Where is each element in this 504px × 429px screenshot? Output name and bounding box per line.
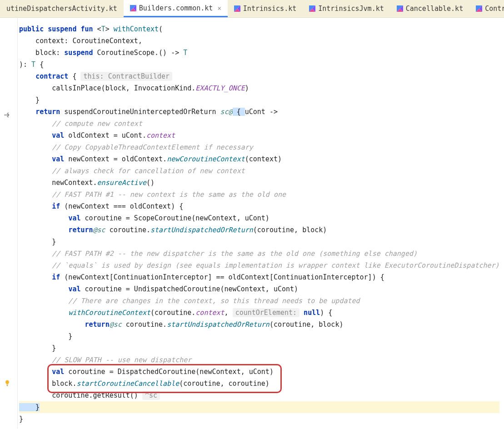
gutter xyxy=(0,18,18,429)
lightbulb-icon[interactable] xyxy=(3,379,12,388)
svg-rect-18 xyxy=(6,385,8,385)
tab-label: Cancellable.kt xyxy=(406,5,463,13)
tab-label: Builders.common.kt xyxy=(139,4,213,12)
param-hint: countOrElement: xyxy=(233,308,299,317)
label-hint: ^sc xyxy=(142,391,160,400)
close-icon[interactable]: × xyxy=(217,5,221,12)
tab-label: IntrinsicsJvm.kt xyxy=(318,5,384,13)
receiver-hint: this: ContractBuilder xyxy=(80,72,172,81)
kotlin-file-icon xyxy=(309,5,315,12)
tab-dispatchers-activity[interactable]: utineDispatchersActivity.kt xyxy=(0,0,124,17)
code-area[interactable]: public suspend fun <T> withContext( cont… xyxy=(18,18,499,429)
fn-withcontext: withContext xyxy=(114,25,159,33)
kotlin-file-icon xyxy=(476,5,482,12)
kw-public: public xyxy=(19,25,44,33)
kotlin-file-icon xyxy=(234,5,240,12)
tab-cancellable[interactable]: Cancellable.kt xyxy=(390,0,469,17)
tab-builders-common[interactable]: Builders.common.kt × xyxy=(124,0,228,17)
tab-intrinsics-jvm[interactable]: IntrinsicsJvm.kt xyxy=(303,0,390,17)
editor[interactable]: public suspend fun <T> withContext( cont… xyxy=(0,18,504,429)
svg-rect-19 xyxy=(7,385,8,386)
kotlin-file-icon xyxy=(397,5,403,12)
current-line-highlight: } xyxy=(19,401,499,413)
tab-contract-builder[interactable]: ContractBuilder.kt xyxy=(469,0,504,17)
tab-label: utineDispatchersActivity.kt xyxy=(6,5,117,13)
suspend-call-icon[interactable] xyxy=(3,110,12,120)
kw-suspend: suspend xyxy=(48,25,76,33)
kotlin-file-icon xyxy=(130,5,136,11)
tab-intrinsics[interactable]: Intrinsics.kt xyxy=(228,0,303,17)
kw-fun: fun xyxy=(80,25,93,33)
tab-label: ContractBuilder.kt xyxy=(485,5,504,13)
tab-label: Intrinsics.kt xyxy=(243,5,296,13)
editor-tab-bar: utineDispatchersActivity.kt Builders.com… xyxy=(0,0,504,18)
